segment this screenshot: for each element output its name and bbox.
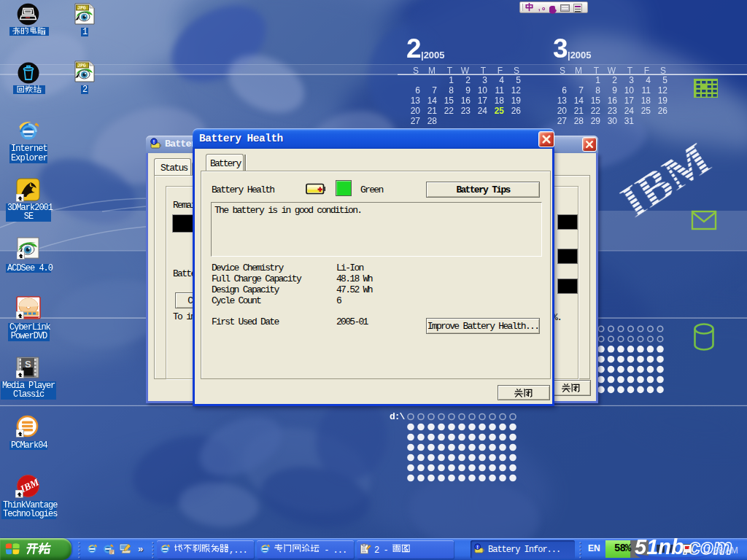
svg-text:JPG: JPG (77, 63, 86, 69)
svg-text:S: S (25, 359, 31, 370)
svg-text:!: ! (153, 139, 155, 145)
svg-text:51nb: 51nb (635, 535, 684, 559)
svg-text:JPG: JPG (77, 6, 86, 11)
svg-text:!: ! (476, 544, 479, 551)
svg-text:.com: .com (683, 535, 732, 559)
